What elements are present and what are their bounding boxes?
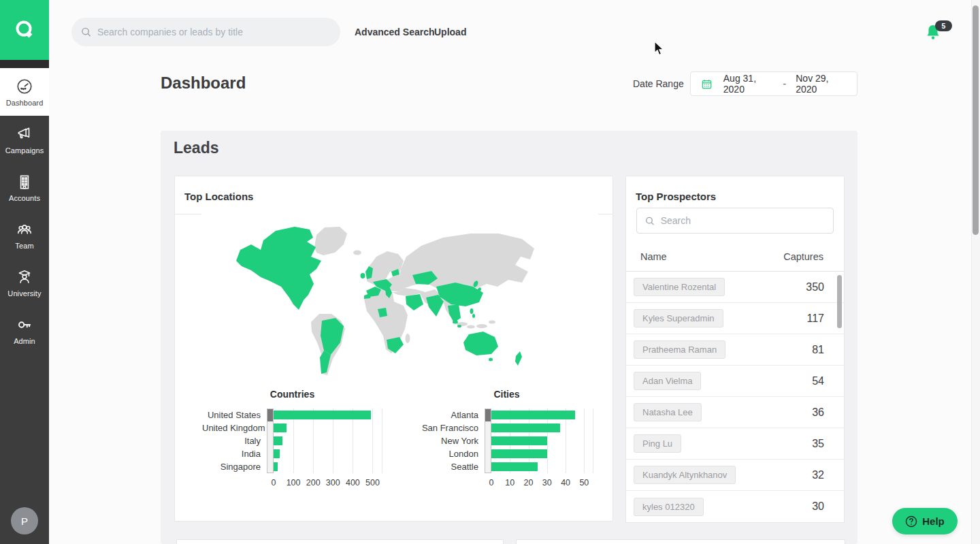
- axis-tick-label: 0: [272, 478, 276, 487]
- sidebar-nav: Dashboard Campaigns Accounts: [0, 68, 49, 354]
- sidebar-item-label: Team: [15, 242, 33, 250]
- prospectors-search-input[interactable]: [661, 215, 825, 226]
- bar-label: Seattle: [420, 460, 485, 473]
- axis-tick-label: 300: [326, 478, 340, 487]
- user-avatar[interactable]: P: [11, 507, 38, 534]
- bar-label: London: [420, 447, 485, 460]
- leads-panel: Leads Top Locations: [161, 131, 858, 544]
- building-icon: [16, 173, 33, 191]
- date-range-separator: -: [783, 78, 787, 89]
- global-search-input[interactable]: [97, 27, 331, 37]
- prospector-row: kyles 01232030: [626, 491, 844, 522]
- team-icon: [16, 221, 33, 238]
- prospector-name-chip[interactable]: kyles 012320: [634, 498, 704, 516]
- prospectors-search[interactable]: [636, 208, 834, 234]
- column-header-name: Name: [640, 251, 667, 262]
- search-icon: [645, 216, 655, 226]
- prospector-name-chip[interactable]: Adan Vielma: [634, 372, 701, 390]
- prospector-captures: 36: [812, 406, 824, 419]
- top-prospectors-card: Top Prospectors Name Captures Valentine …: [625, 176, 845, 523]
- cities-chart: Cities AtlantaSan FranciscoNew YorkLondo…: [420, 389, 593, 490]
- bar: [491, 436, 547, 445]
- prospector-name-chip[interactable]: Kyles Superadmin: [634, 309, 723, 327]
- axis-tick-label: 500: [365, 478, 380, 487]
- countries-chart-plot: [274, 409, 382, 473]
- bar-label: Singapore: [202, 460, 267, 473]
- help-label: Help: [922, 515, 945, 527]
- sidebar-item-label: Admin: [14, 337, 35, 345]
- date-range-end: Nov 29, 2020: [796, 73, 846, 95]
- bar-label: San Francisco: [420, 421, 485, 434]
- chart-scrollbar[interactable]: [267, 409, 274, 473]
- sidebar-item-accounts[interactable]: Accounts: [0, 163, 49, 211]
- sidebar-item-admin[interactable]: Admin: [0, 306, 49, 354]
- prospector-name-chip[interactable]: Valentine Rozental: [634, 278, 725, 296]
- axis-tick-label: 20: [524, 478, 534, 487]
- megaphone-icon: [16, 125, 33, 143]
- sidebar-item-label: Accounts: [9, 194, 40, 202]
- logo-strip: [0, 60, 49, 68]
- bar-label: Italy: [202, 434, 267, 447]
- key-icon: [16, 316, 33, 334]
- prospector-captures: 117: [806, 313, 824, 325]
- bar-label: United States: [202, 409, 267, 421]
- sidebar-item-label: University: [7, 289, 41, 298]
- prospector-name-chip[interactable]: Natasha Lee: [634, 403, 702, 421]
- page-title: Dashboard: [161, 74, 246, 93]
- bar-label: Atlanta: [420, 409, 485, 421]
- notification-badge: 5: [935, 20, 952, 31]
- sidebar-item-dashboard[interactable]: Dashboard: [0, 68, 49, 116]
- prospector-captures: 350: [806, 281, 824, 293]
- advanced-search-link[interactable]: Advanced Search: [355, 27, 435, 37]
- prospector-row: Kuandyk Altynkhanov32: [626, 460, 844, 491]
- prospector-name-chip[interactable]: Ping Lu: [634, 434, 681, 453]
- date-range-picker[interactable]: Aug 31, 2020 - Nov 29, 2020: [690, 71, 858, 96]
- chart-scrollbar[interactable]: [485, 409, 491, 473]
- prospectors-scrollbar-thumb[interactable]: [837, 275, 842, 328]
- page-scrollbar[interactable]: [971, 0, 980, 544]
- bar: [274, 449, 280, 458]
- gridline: [584, 409, 585, 473]
- prospector-name-chip[interactable]: Pratheema Raman: [634, 340, 725, 359]
- graduate-icon: [16, 268, 33, 286]
- bar: [274, 411, 371, 419]
- bar: [274, 423, 287, 432]
- calendar-icon: [702, 78, 712, 90]
- next-section-card-left: [176, 539, 504, 544]
- world-map: [224, 219, 564, 382]
- cities-chart-plot: [491, 409, 593, 473]
- notifications-button[interactable]: 5: [926, 20, 956, 42]
- prospector-name-chip[interactable]: Kuandyk Altynkhanov: [634, 466, 736, 484]
- page-scrollbar-thumb[interactable]: [973, 5, 979, 235]
- top-locations-title: Top Locations: [184, 191, 253, 202]
- axis-tick-label: 400: [346, 478, 360, 487]
- prospector-row: Kyles Superadmin117: [626, 303, 844, 334]
- topbar: Advanced Search Upload 5: [49, 0, 980, 63]
- gauge-icon: [16, 78, 33, 95]
- sidebar-item-campaigns[interactable]: Campaigns: [0, 116, 49, 163]
- chart-scrollbar-thumb[interactable]: [267, 409, 273, 421]
- sidebar-item-team[interactable]: Team: [0, 211, 49, 259]
- chart-scrollbar-thumb[interactable]: [485, 409, 491, 421]
- help-button[interactable]: Help: [892, 508, 958, 534]
- gridline: [593, 409, 593, 473]
- prospectors-rows: Valentine Rozental350Kyles Superadmin117…: [626, 272, 844, 522]
- world-map-svg: [224, 219, 564, 382]
- question-circle-icon: [905, 515, 917, 528]
- prospector-row: Adan Vielma54: [626, 366, 844, 397]
- axis-tick-label: 40: [561, 478, 570, 487]
- sidebar-item-university[interactable]: University: [0, 259, 49, 306]
- cities-chart-title: Cities: [420, 389, 593, 400]
- global-search[interactable]: [71, 18, 340, 46]
- sidebar-item-label: Campaigns: [5, 146, 44, 155]
- countries-chart: Countries United StatesUnited KingdomIta…: [202, 389, 382, 490]
- axis-tick-label: 30: [542, 478, 552, 487]
- date-range-start: Aug 31, 2020: [723, 73, 774, 95]
- header-divider: [175, 214, 201, 214]
- q-logo-icon: [11, 16, 38, 44]
- upload-link[interactable]: Upload: [434, 27, 466, 37]
- search-icon: [81, 27, 91, 37]
- app-logo[interactable]: [0, 0, 49, 60]
- prospectors-table-header: Name Captures: [626, 245, 844, 272]
- prospector-captures: 35: [812, 438, 824, 450]
